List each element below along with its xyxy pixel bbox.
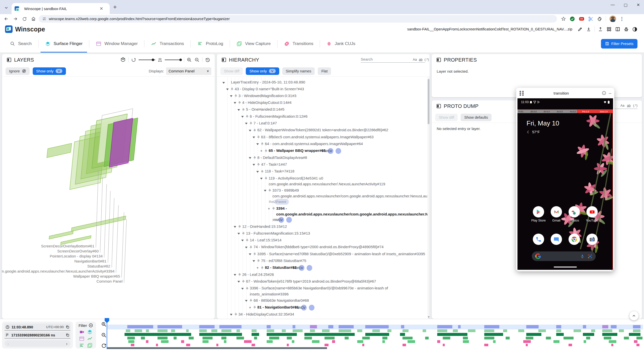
tree-node[interactable]: 3394 - com.google.android.apps.nexuslaun… — [217, 205, 428, 223]
upload-icon[interactable] — [596, 25, 605, 33]
layers-icon[interactable] — [87, 329, 93, 334]
window-minimize-icon[interactable]: — — [611, 3, 615, 7]
zoom-in-icon[interactable] — [187, 57, 192, 63]
trace-segment-transitions[interactable] — [244, 340, 252, 343]
layer-label[interactable]: ScreenDecorOverlay#60 — [57, 249, 99, 253]
trace-segment-protolog[interactable] — [629, 333, 640, 336]
trace-segment-transactions[interactable] — [503, 329, 507, 332]
trace-segment-transitions[interactable] — [161, 340, 169, 343]
profile-avatar[interactable] — [610, 16, 616, 22]
pin-icon[interactable] — [246, 286, 249, 291]
download-icon[interactable] — [584, 25, 593, 33]
layer-label[interactable]: PointerLocation - display 0#134 — [50, 254, 103, 258]
pin-icon[interactable] — [234, 94, 237, 99]
resize-handle[interactable] — [611, 268, 614, 271]
trace-segment-transactions[interactable] — [157, 329, 168, 332]
info-icon[interactable] — [602, 91, 606, 95]
tree-node[interactable]: 63 - 8fb0ec5 com.android.systemui.wallpa… — [217, 134, 428, 141]
lens-icon[interactable] — [588, 254, 592, 258]
trace-segment-transactions[interactable] — [221, 329, 231, 332]
expand-arrow-icon[interactable] — [237, 233, 240, 235]
trace-segment-jank-cuj[interactable] — [526, 344, 528, 346]
trace-segment-protolog[interactable] — [125, 333, 191, 336]
trace-segment-view-capture[interactable] — [221, 337, 226, 339]
tree-node[interactable]: 3396 - Surface(name=885b63e NavigationBa… — [217, 285, 428, 297]
expand-arrow-icon[interactable] — [256, 143, 259, 145]
docs-icon[interactable] — [613, 25, 622, 33]
pin-icon[interactable] — [242, 107, 245, 113]
reload-icon[interactable] — [21, 15, 28, 23]
trace-segment-jank-cuj[interactable] — [362, 344, 364, 346]
trace-segment-view-capture[interactable] — [604, 337, 611, 339]
match-word-toggle[interactable]: ab — [419, 58, 422, 61]
clock-time-field[interactable]: 11:03:48.890 UTC+00:00 — [5, 324, 70, 331]
trace-segment-view-capture[interactable] — [304, 337, 312, 339]
copy-icon[interactable] — [66, 333, 69, 337]
trace-segment-transitions[interactable] — [357, 340, 363, 343]
back-icon[interactable] — [3, 15, 10, 23]
spacing-slider[interactable] — [165, 60, 181, 60]
screenrecord-icon[interactable] — [79, 329, 85, 334]
expand-arrow-icon[interactable] — [249, 253, 251, 255]
trace-segment-jank-cuj[interactable] — [443, 344, 445, 346]
trace-segment-surface-flinger[interactable] — [127, 325, 153, 328]
trace-segment-transactions[interactable] — [282, 329, 286, 332]
tree-node[interactable]: 14 - Leaf:15:15#14 — [217, 237, 428, 244]
displays-select[interactable]: Common Panel▾ — [166, 67, 211, 75]
match-case-toggle[interactable]: Aa — [620, 104, 624, 107]
spacing-icon[interactable] — [158, 58, 162, 62]
tree-node[interactable]: 81 - NavigationBar0#81HWCV — [217, 304, 428, 311]
dock-panel-icon[interactable] — [7, 57, 12, 62]
dock-panel-icon[interactable] — [221, 57, 226, 62]
trace-segment-view-capture[interactable] — [463, 337, 468, 339]
window-maximize-icon[interactable]: ▢ — [624, 3, 627, 7]
site-settings-icon[interactable] — [42, 17, 46, 21]
trace-segment-view-capture[interactable] — [586, 337, 590, 339]
expand-arrow-icon[interactable] — [237, 281, 240, 283]
trace-segment-jank-cuj[interactable] — [325, 344, 329, 346]
trace-segment-view-capture[interactable] — [254, 337, 257, 339]
trace-segment-jank-cuj[interactable] — [131, 344, 134, 346]
trace-segment-transactions[interactable] — [574, 329, 581, 332]
forward-icon[interactable] — [12, 15, 19, 23]
tree-node[interactable]: 67 - WindowToken{e5176f9 type=2019 andro… — [217, 278, 428, 285]
trace-segment-surface-flinger[interactable] — [556, 325, 561, 328]
expand-arrow-icon[interactable] — [245, 123, 248, 124]
tree-node[interactable]: 64 - com.android.systemui.wallpapers.Ima… — [217, 141, 428, 147]
layer-label[interactable]: Common Panel — [97, 279, 123, 283]
trace-segment-transactions[interactable] — [387, 329, 391, 332]
hierarchy-show-only-chip[interactable]: Show only V — [246, 67, 279, 75]
trace-segment-jank-cuj[interactable] — [287, 344, 289, 346]
messages-app[interactable] — [549, 234, 564, 245]
rotation-icon[interactable] — [131, 57, 136, 62]
trace-segment-transitions[interactable] — [523, 340, 531, 343]
expand-arrow-icon[interactable] — [226, 89, 229, 90]
expand-arrow-icon[interactable] — [260, 178, 263, 180]
trace-segment-protolog[interactable] — [304, 333, 355, 336]
trace-segment-view-capture[interactable] — [624, 337, 629, 339]
trace-segment-surface-flinger[interactable] — [611, 325, 617, 328]
trace-segment-view-capture[interactable] — [203, 337, 213, 339]
hierarchy-search-input[interactable] — [361, 57, 411, 61]
trace-segment-view-capture[interactable] — [484, 337, 494, 339]
camera-app[interactable] — [585, 234, 600, 245]
expand-arrow-icon[interactable] — [253, 260, 255, 262]
trace-segment-surface-flinger[interactable] — [437, 325, 452, 328]
tree-node[interactable]: 43 - Display 0 name="Built-in Screen"#43 — [217, 86, 428, 93]
window-icon[interactable] — [79, 336, 85, 341]
expand-arrow-icon[interactable] — [264, 190, 266, 192]
dock-panel-icon[interactable] — [436, 104, 441, 109]
expand-arrow-icon[interactable] — [245, 300, 248, 302]
trace-segment-jank-cuj[interactable] — [569, 344, 572, 346]
tab-protolog[interactable]: ProtoLog — [191, 35, 230, 53]
trace-segment-transactions[interactable] — [538, 329, 546, 332]
trace-segment-jank-cuj[interactable] — [186, 344, 190, 346]
pin-icon[interactable] — [253, 252, 256, 257]
regex-toggle[interactable]: (.*) — [424, 58, 429, 61]
pin-icon[interactable] — [238, 272, 241, 278]
trace-segment-transitions[interactable] — [267, 340, 273, 343]
app-youtube[interactable]: YouTube — [585, 206, 600, 222]
trace-segment-transitions[interactable] — [224, 340, 226, 343]
trace-segment-view-capture[interactable] — [403, 337, 413, 339]
prev-entry-icon[interactable]: ‹ — [8, 341, 9, 346]
